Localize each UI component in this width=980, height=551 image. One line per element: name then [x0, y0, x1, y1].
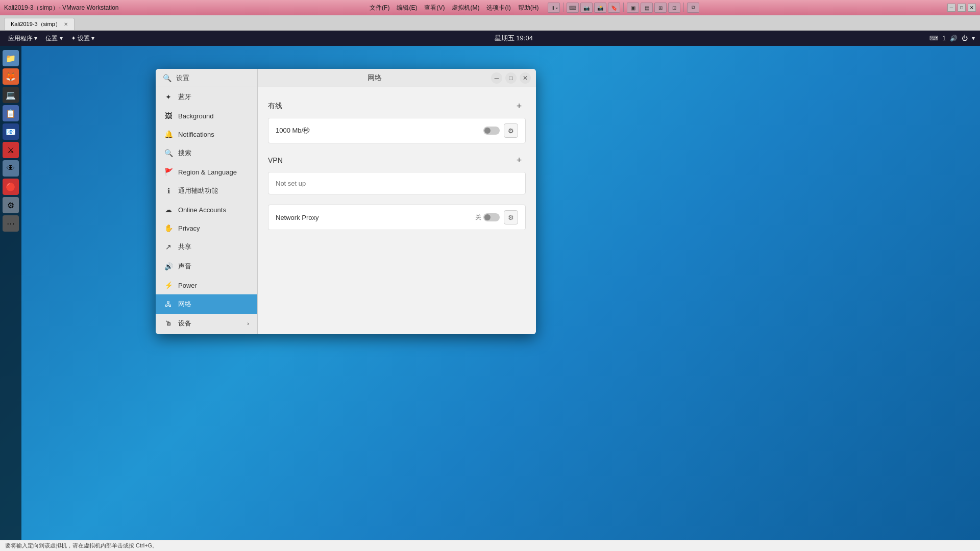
tb-view2[interactable]: ▤ — [641, 3, 653, 13]
tb-snapshot2[interactable]: 📸 — [594, 3, 606, 13]
sidebar-item-background[interactable]: 🖼 Background — [156, 107, 257, 125]
sidebar-label-accessibility: 通用辅助功能 — [178, 186, 218, 195]
sidebar-item-region[interactable]: 🚩 Region & Language — [156, 163, 257, 181]
sidebar-item-devices[interactable]: 🖱 设备 › — [156, 314, 257, 333]
status-message: 要将输入定向到该虚拟机，请在虚拟机内部单击或按 Ctrl+G。 — [5, 542, 158, 549]
sidebar-label-background: Background — [178, 112, 213, 120]
sidebar-item-network[interactable]: 🖧 网络 — [156, 294, 257, 314]
sidebar-label-search: 搜索 — [178, 148, 191, 158]
power-icon: ⚡ — [164, 281, 173, 289]
menu-edit[interactable]: 编辑(E) — [394, 3, 420, 13]
left-dock: 📁 🦊 💻 📋 📧 ⚔ 👁 🔴 ⚙ ⋯ — [0, 46, 21, 551]
proxy-toggle[interactable] — [483, 213, 500, 221]
taskbar-workspace: 1 — [942, 35, 946, 42]
window-maximize-btn[interactable]: □ — [505, 72, 517, 84]
dock-firefox[interactable]: 🦊 — [3, 68, 19, 85]
sidebar-item-sharing[interactable]: ↗ 共享 — [156, 237, 257, 257]
vmware-tab-close[interactable]: ✕ — [64, 21, 68, 27]
taskbar-power-icon: ⏻ — [962, 35, 968, 42]
notifications-icon: 🔔 — [164, 130, 173, 138]
sidebar-label-notifications: Notifications — [178, 131, 214, 138]
taskbar-keyboard-icon: ⌨ — [929, 35, 938, 42]
wired-toggle[interactable] — [483, 127, 500, 135]
sidebar-label-sound: 声音 — [178, 262, 191, 271]
bluetooth-icon: ✦ — [164, 93, 173, 101]
sidebar-item-notifications[interactable]: 🔔 Notifications — [156, 125, 257, 143]
menu-file[interactable]: 文件(F) — [366, 3, 393, 13]
taskbar-settings[interactable]: ✦ 设置 ▾ — [68, 33, 98, 44]
wired-add-btn[interactable]: + — [512, 99, 526, 113]
vpn-add-btn[interactable]: + — [512, 154, 526, 167]
window-titlebar: 🔍 设置 网络 ─ □ ✕ — [156, 69, 536, 87]
tb-sep2 — [623, 3, 624, 12]
sidebar-label-power: Power — [178, 282, 197, 289]
tb-view1[interactable]: ▣ — [627, 3, 639, 13]
dock-mail[interactable]: 📧 — [3, 123, 19, 140]
tb-pause[interactable]: ⏸▾ — [548, 3, 560, 13]
proxy-gear-btn[interactable]: ⚙ — [504, 210, 518, 224]
wired-speed: 1000 Mb/秒 — [276, 126, 483, 135]
menu-tabs[interactable]: 选项卡(I) — [483, 3, 513, 13]
tb-send-key[interactable]: ⌨ — [567, 3, 579, 13]
tb-snapshot3[interactable]: 🔖 — [608, 3, 620, 13]
wired-connection-item: 1000 Mb/秒 ⚙ — [268, 118, 526, 143]
dock-settings[interactable]: ⚙ — [3, 197, 19, 213]
vmware-tab-label: Kali2019-3（simp） — [11, 20, 61, 28]
dock-more[interactable]: ⋯ — [3, 215, 19, 232]
dock-files[interactable]: 📁 — [3, 50, 19, 66]
taskbar-places[interactable]: 位置 ▾ — [42, 33, 65, 44]
window-search-label: 设置 — [176, 73, 189, 83]
menu-help[interactable]: 帮助(H) — [515, 3, 542, 13]
dock-notes[interactable]: 📋 — [3, 105, 19, 121]
sidebar-item-sound[interactable]: 🔊 声音 — [156, 257, 257, 276]
settings-main: 有线 + 1000 Mb/秒 ⚙ VPN + Not set up Networ… — [258, 87, 536, 334]
menu-vm[interactable]: 虚拟机(M) — [449, 3, 482, 13]
sidebar-label-online-accounts: Online Accounts — [178, 206, 226, 214]
taskbar-apps[interactable]: 应用程序 ▾ — [5, 33, 40, 44]
tb-snapshot1[interactable]: 📷 — [580, 3, 593, 13]
sidebar-item-accessibility[interactable]: ℹ 通用辅助功能 — [156, 181, 257, 201]
menu-view[interactable]: 查看(V) — [421, 3, 448, 13]
vmware-toolbar: ⏸▾ ⌨ 📷 📸 🔖 ▣ ▤ ⊞ ⊡ ⧉ — [548, 3, 699, 13]
sidebar-item-bluetooth[interactable]: ✦ 蓝牙 — [156, 87, 257, 107]
sidebar-item-search[interactable]: 🔍 搜索 — [156, 143, 257, 163]
taskbar-right: ⌨ 1 🔊 ⏻ ▾ — [929, 35, 975, 42]
sidebar-label-network: 网络 — [178, 299, 191, 309]
sidebar-label-region: Region & Language — [178, 168, 237, 176]
sound-icon: 🔊 — [164, 262, 173, 270]
window-title: 网络 — [258, 73, 491, 83]
window-minimize-btn[interactable]: ─ — [491, 72, 502, 84]
wired-gear-btn[interactable]: ⚙ — [504, 123, 518, 138]
vmware-tab-kali[interactable]: Kali2019-3（simp） ✕ — [4, 18, 75, 30]
taskbar-dropdown-icon[interactable]: ▾ — [972, 35, 975, 42]
tb-view3[interactable]: ⊞ — [654, 3, 667, 13]
online-accounts-icon: ☁ — [164, 206, 173, 214]
vpn-status: Not set up — [276, 180, 306, 187]
vmware-titlebar: Kali2019-3（simp）- VMware Workstation 文件(… — [0, 0, 980, 15]
window-close-btn[interactable]: ✕ — [520, 72, 531, 84]
sidebar-item-power[interactable]: ⚡ Power — [156, 276, 257, 294]
window-search-area[interactable]: 🔍 设置 — [156, 69, 258, 87]
taskbar-volume-icon: 🔊 — [950, 35, 958, 42]
sidebar-item-online-accounts[interactable]: ☁ Online Accounts — [156, 201, 257, 219]
tb-sep1 — [563, 3, 564, 12]
wired-title: 有线 — [268, 102, 282, 111]
dock-red2[interactable]: 🔴 — [3, 179, 19, 195]
tb-unity[interactable]: ⧉ — [687, 3, 699, 13]
devices-arrow-icon: › — [247, 320, 249, 327]
vmware-close[interactable]: ✕ — [968, 4, 976, 12]
dock-eye[interactable]: 👁 — [3, 160, 19, 177]
vpn-section-header: VPN + — [268, 154, 526, 167]
dock-terminal[interactable]: 💻 — [3, 87, 19, 103]
dock-red1[interactable]: ⚔ — [3, 142, 19, 158]
privacy-icon: ✋ — [164, 224, 173, 232]
sidebar-label-sharing: 共享 — [178, 242, 191, 252]
tb-view4[interactable]: ⊡ — [668, 3, 680, 13]
vmware-minimize[interactable]: ─ — [947, 4, 955, 12]
network-icon: 🖧 — [164, 300, 173, 308]
accessibility-icon: ℹ — [164, 187, 173, 195]
sidebar-item-privacy[interactable]: ✋ Privacy — [156, 219, 257, 237]
proxy-toggle-thumb — [484, 214, 491, 220]
settings-sidebar: ✦ 蓝牙 🖼 Background 🔔 Notifications 🔍 搜索 🚩… — [156, 87, 258, 334]
vmware-maximize[interactable]: □ — [958, 4, 966, 12]
